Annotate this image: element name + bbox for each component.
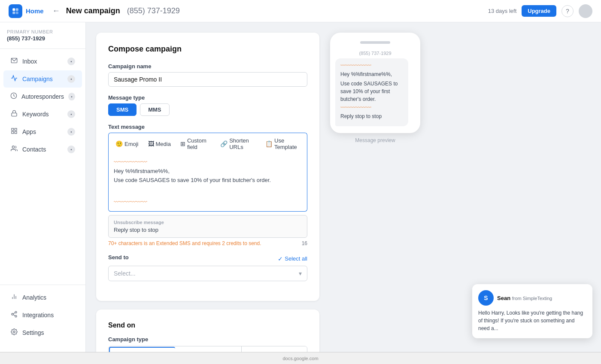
chat-org: from SimpleTexting xyxy=(512,296,552,301)
avatar[interactable] xyxy=(579,4,592,18)
svg-rect-2 xyxy=(12,11,15,14)
preview-unsubscribe: Reply stop to stop xyxy=(340,112,403,120)
campaign-type-label: Campaign type xyxy=(108,336,307,343)
page-nav: ← New campaign (855) 737-1929 xyxy=(52,6,488,15)
select-all-button[interactable]: ✓ Select all xyxy=(278,255,307,262)
sidebar-item-contacts[interactable]: Contacts • xyxy=(3,141,82,158)
dropdown-chevron-icon: ▾ xyxy=(299,270,302,277)
preview-panel: (855) 737-1929 〰〰〰〰〰〰 Hey %%firstname%%,… xyxy=(328,33,422,342)
send-to-group: Send to ✓ Select all Select... ▾ xyxy=(108,254,307,281)
send-to-dropdown[interactable]: Select... ▾ xyxy=(108,266,307,281)
unsubscribe-text: Reply stop to stop xyxy=(114,227,302,233)
preview-message-line1: Hey %%firstname%%, xyxy=(340,70,403,78)
preview-wave-1: 〰〰〰〰〰〰 xyxy=(340,63,403,69)
preview-bubble: 〰〰〰〰〰〰 Hey %%firstname%%, Use code SAUSA… xyxy=(335,58,408,126)
sidebar-item-inbox[interactable]: Inbox • xyxy=(3,53,82,70)
help-button[interactable]: ? xyxy=(562,5,574,17)
sidebar-item-label-integrations: Integrations xyxy=(22,312,54,318)
sidebar-item-label-autoresponders: Autoresponders xyxy=(21,93,64,100)
shorten-urls-button[interactable]: 🔗 Shorten URLs xyxy=(219,136,258,151)
text-message-label: Text message xyxy=(108,124,307,130)
autoresponders-icon xyxy=(10,92,17,101)
logo-icon xyxy=(9,4,22,18)
svg-point-11 xyxy=(12,146,14,148)
immediately-button[interactable]: Immediately xyxy=(109,347,175,352)
sidebar-item-autoresponders[interactable]: Autoresponders • xyxy=(3,88,82,105)
keywords-badge: • xyxy=(67,110,75,118)
svg-rect-10 xyxy=(15,131,17,133)
preview-wave-2: 〰〰〰〰〰〰 xyxy=(340,105,403,111)
custom-field-button[interactable]: ⊞ Custom field xyxy=(179,136,212,151)
emoji-icon: 🙂 xyxy=(115,140,123,147)
campaign-name-input[interactable] xyxy=(108,72,307,87)
logo[interactable]: Home xyxy=(9,4,44,18)
campaigns-icon xyxy=(10,75,18,83)
sidebar-item-label-campaigns: Campaigns xyxy=(22,76,53,82)
sidebar-item-integrations[interactable]: Integrations xyxy=(3,306,82,324)
contacts-icon xyxy=(10,145,18,154)
svg-point-16 xyxy=(12,313,13,315)
recurring-button[interactable]: Recurring xyxy=(242,346,307,352)
message-toolbar: 🙂 Emoji 🖼 Media ⊞ Custom field 🔗 xyxy=(108,133,307,155)
wave-row-2: 〰〰〰〰〰〰 xyxy=(114,199,302,205)
chat-identity: Sean from SimpleTexting xyxy=(497,295,552,301)
trial-text: 13 days left xyxy=(488,8,517,14)
compose-card: Compose campaign Campaign name Message t… xyxy=(96,33,319,301)
svg-rect-0 xyxy=(12,8,15,11)
char-count: 16 xyxy=(302,240,307,246)
send-to-header: Send to ✓ Select all xyxy=(108,254,307,263)
preview-label: Message preview xyxy=(355,137,395,143)
svg-rect-3 xyxy=(16,11,18,14)
sidebar-item-apps[interactable]: Apps • xyxy=(3,123,82,140)
upgrade-button[interactable]: Upgrade xyxy=(522,5,556,17)
scheduled-button[interactable]: Scheduled xyxy=(176,346,241,352)
compose-title: Compose campaign xyxy=(108,45,307,54)
send-to-label: Send to xyxy=(108,254,129,261)
sidebar-item-label-keywords: Keywords xyxy=(22,111,49,118)
chat-header: S Sean from SimpleTexting xyxy=(478,290,586,306)
chat-widget[interactable]: S Sean from SimpleTexting Hello Harry, L… xyxy=(472,284,592,338)
select-placeholder: Select... xyxy=(114,270,136,277)
phone-body: (855) 737-1929 〰〰〰〰〰〰 Hey %%firstname%%,… xyxy=(330,51,420,126)
use-template-button[interactable]: 📋 Use Template xyxy=(264,136,302,151)
sidebar-item-keywords[interactable]: Keywords • xyxy=(3,106,82,123)
campaign-type-row: Immediately Scheduled Recurring xyxy=(108,346,307,352)
contacts-badge: • xyxy=(67,146,75,153)
sidebar-item-campaigns[interactable]: Campaigns • xyxy=(3,70,82,88)
text-message-group: Text message 🙂 Emoji 🖼 Media ⊞ Custom xyxy=(108,124,307,246)
chat-name: Sean from SimpleTexting xyxy=(497,295,552,301)
sidebar-bottom: Analytics Integrations Settings xyxy=(0,285,85,345)
sidebar-nav: Inbox • Campaigns • Autoresponders • xyxy=(0,49,85,285)
sidebar-item-label-analytics: Analytics xyxy=(22,294,46,301)
svg-rect-8 xyxy=(15,128,17,130)
sidebar-item-label-inbox: Inbox xyxy=(22,58,37,65)
primary-number-value: (855) 737-1929 xyxy=(7,35,79,42)
campaign-name-group: Campaign name xyxy=(108,63,307,87)
sms-button[interactable]: SMS xyxy=(108,103,137,116)
custom-field-icon: ⊞ xyxy=(180,140,185,147)
message-body[interactable]: 〰〰〰〰〰〰 Hey %%firstname%%, Use code SAUSA… xyxy=(108,155,307,212)
media-icon: 🖼 xyxy=(148,140,154,147)
phone-notch xyxy=(360,41,390,44)
sidebar-item-settings[interactable]: Settings xyxy=(3,324,82,341)
back-button[interactable]: ← xyxy=(52,6,60,15)
unsubscribe-label: Unsubscribe message xyxy=(114,220,302,225)
message-type-row: SMS MMS xyxy=(108,103,307,116)
svg-rect-7 xyxy=(12,128,14,130)
browser-url: docs.google.com xyxy=(282,356,318,361)
template-icon: 📋 xyxy=(265,140,273,147)
emoji-button[interactable]: 🙂 Emoji xyxy=(114,140,140,148)
inbox-badge: • xyxy=(67,58,75,65)
settings-icon xyxy=(10,328,18,337)
svg-point-15 xyxy=(15,311,17,313)
integrations-icon xyxy=(10,311,18,319)
mms-button[interactable]: MMS xyxy=(140,103,169,116)
media-button[interactable]: 🖼 Media xyxy=(146,140,173,148)
sidebar-item-label-settings: Settings xyxy=(22,329,44,336)
chat-avatar: S xyxy=(478,290,494,306)
logo-label: Home xyxy=(26,7,44,15)
campaign-name-label: Campaign name xyxy=(108,63,307,70)
unsubscribe-section: Unsubscribe message Reply stop to stop xyxy=(108,215,307,238)
sidebar-item-analytics[interactable]: Analytics xyxy=(3,289,82,306)
campaigns-badge: • xyxy=(67,75,75,83)
